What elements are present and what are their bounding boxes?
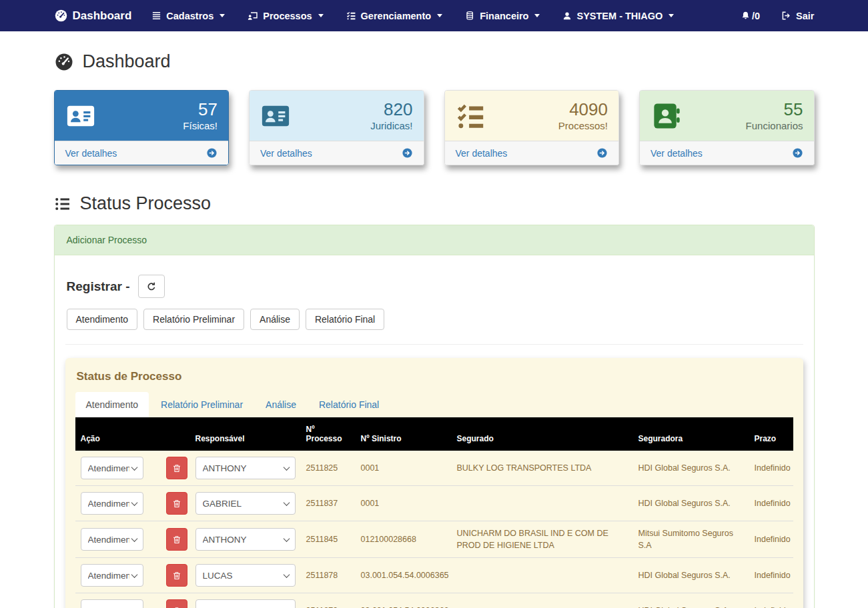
delete-row-button[interactable] <box>166 492 187 515</box>
col-seguradora: Seguradora <box>633 417 749 451</box>
ver-detalhes-link[interactable]: Ver detalhes <box>445 141 619 165</box>
relatorio-final-button[interactable]: Relatório Final <box>306 309 384 330</box>
delete-row-button[interactable] <box>166 528 187 551</box>
ver-detalhes-link[interactable]: Ver detalhes <box>250 141 424 165</box>
acao-select-wrap: Atendimento <box>81 564 143 587</box>
acao-select[interactable]: Atendimento <box>81 457 143 479</box>
prazo-cell: Indefinido <box>749 521 793 558</box>
relatorio-preliminar-button[interactable]: Relatório Preliminar <box>143 309 244 330</box>
stat-value: 55 <box>746 100 803 119</box>
acao-select-wrap: Atendimento <box>81 492 143 515</box>
tab-relatorio-final[interactable]: Relatório Final <box>308 392 390 417</box>
ver-detalhes-link[interactable]: Ver detalhes <box>640 141 814 165</box>
responsavel-select-wrap: ANTHONY <box>195 528 296 551</box>
adicionar-processo-panel: Adicionar Processo Registrar - Atendimen… <box>54 225 815 608</box>
atendimento-button[interactable]: Atendimento <box>67 309 138 330</box>
stat-label: Processos! <box>558 120 608 131</box>
refresh-button[interactable] <box>138 275 165 298</box>
arrow-circle-right-icon <box>596 147 608 159</box>
nav-item-cadastros[interactable]: Cadastros <box>151 11 225 21</box>
processo-cell: 2511845 <box>301 521 356 558</box>
seguradora-cell: HDI Global Seguros S.A. <box>633 558 749 593</box>
sinistro-cell: 03.001.054.54.0006365 <box>356 558 452 593</box>
trash-icon <box>172 463 181 473</box>
processo-cell: 2511878 <box>301 558 356 593</box>
id-card-icon <box>65 101 96 131</box>
address-book-icon <box>650 101 681 131</box>
caret-down-icon <box>437 14 442 17</box>
logout-button[interactable]: Sair <box>781 11 814 21</box>
processo-cell: 2511879 <box>301 593 356 608</box>
trash-icon <box>172 499 181 509</box>
responsavel-select-wrap: LUCAS <box>195 564 296 587</box>
nav-brand-dashboard[interactable]: Dashboard <box>54 9 132 23</box>
table-row: Atendimento ANTHONY 2511845 012100028668… <box>75 521 793 558</box>
nav-item-gerenciamento[interactable]: Gerenciamento <box>346 11 443 21</box>
tab-atendimento[interactable]: Atendimento <box>75 392 149 417</box>
caret-down-icon <box>669 14 674 17</box>
status-de-processo-panel: Status de Processo Atendimento Relatório… <box>65 358 803 608</box>
notification-count: /0 <box>752 11 760 21</box>
processo-cell: 2511825 <box>301 451 356 486</box>
col-processo: Nº Processo <box>301 417 356 451</box>
responsavel-select[interactable]: ANTHONY <box>195 457 296 479</box>
id-card-icon <box>260 101 291 131</box>
acao-select[interactable]: Atendimento <box>81 564 143 587</box>
gauge-icon <box>54 9 68 23</box>
acao-select[interactable]: Atendimento <box>81 599 143 608</box>
prazo-cell: Indefinido <box>749 558 793 593</box>
segurado-cell: UNICHARM DO BRASIL IND E COM DE PROD DE … <box>452 521 633 558</box>
page-title: Dashboard <box>54 31 815 72</box>
bell-icon <box>741 11 751 21</box>
responsavel-select[interactable]: ANTHONY <box>195 528 296 551</box>
notifications-button[interactable]: /0 <box>741 11 760 21</box>
table-row: Atendimento GABRIEL 2511837 0001 HDI Glo… <box>75 486 793 521</box>
nav-item-user-menu[interactable]: SYSTEM - THIAGO <box>562 11 674 21</box>
stat-card-processos: 4090 Processos! Ver detalhes <box>444 90 620 165</box>
tab-analise[interactable]: Análise <box>255 392 307 417</box>
responsavel-select-wrap: GABRIEL <box>195 599 296 608</box>
delete-row-button[interactable] <box>166 564 187 587</box>
stat-value: 820 <box>370 100 412 119</box>
gauge-icon <box>54 52 74 72</box>
segurado-cell: BULKY LOG TRANSPORTES LTDA <box>452 451 633 486</box>
list-ul-icon <box>54 195 71 213</box>
col-sinistro: Nº Sinistro <box>356 417 452 451</box>
adicionar-processo-header[interactable]: Adicionar Processo <box>55 225 814 255</box>
analise-button[interactable]: Análise <box>250 309 300 330</box>
table-row: Atendimento LUCAS 2511878 03.001.054.54.… <box>75 558 793 593</box>
caret-down-icon <box>318 14 324 17</box>
delete-row-button[interactable] <box>166 457 187 479</box>
ver-detalhes-link[interactable]: Ver detalhes <box>55 141 229 165</box>
user-icon <box>562 11 572 21</box>
arrow-circle-right-icon <box>792 147 803 159</box>
acao-select-wrap: Atendimento <box>81 528 143 551</box>
arrow-circle-right-icon <box>206 147 218 159</box>
responsavel-select[interactable]: GABRIEL <box>195 492 296 515</box>
stat-card-juridicas: 820 Juridicas! Ver detalhes <box>249 90 424 165</box>
acao-select[interactable]: Atendimento <box>81 528 143 551</box>
delete-row-button[interactable] <box>166 599 187 608</box>
sinistro-cell: 012100028668 <box>356 521 452 558</box>
acao-select[interactable]: Atendimento <box>81 492 143 515</box>
col-delete <box>161 417 190 451</box>
stat-label: Físicas! <box>183 120 218 131</box>
process-table: Ação Responsável Nº Processo Nº Sinistro… <box>75 417 793 608</box>
divider <box>65 344 803 345</box>
col-responsavel: Responsável <box>190 417 301 451</box>
caret-down-icon <box>534 14 540 17</box>
chalkboard-user-icon <box>248 11 258 21</box>
sign-out-icon <box>781 11 791 21</box>
seguradora-cell: Mitsui Sumitomo Seguros S.A <box>633 521 749 558</box>
responsavel-select[interactable]: LUCAS <box>195 564 296 587</box>
nav-item-financeiro[interactable]: Financeiro <box>465 11 540 21</box>
col-prazo: Prazo <box>749 417 793 451</box>
table-row: Atendimento GABRIEL 2511879 03.001.054.5… <box>75 593 793 608</box>
responsavel-select[interactable]: GABRIEL <box>195 599 296 608</box>
nav-item-processos[interactable]: Processos <box>248 11 323 21</box>
stat-label: Juridicas! <box>370 120 412 131</box>
tab-relatorio-preliminar[interactable]: Relatório Preliminar <box>150 392 254 417</box>
bars-icon <box>151 11 161 21</box>
sinistro-cell: 0001 <box>356 451 452 486</box>
stat-cards-row: 57 Físicas! Ver detalhes 820 Juridicas! <box>54 90 815 165</box>
